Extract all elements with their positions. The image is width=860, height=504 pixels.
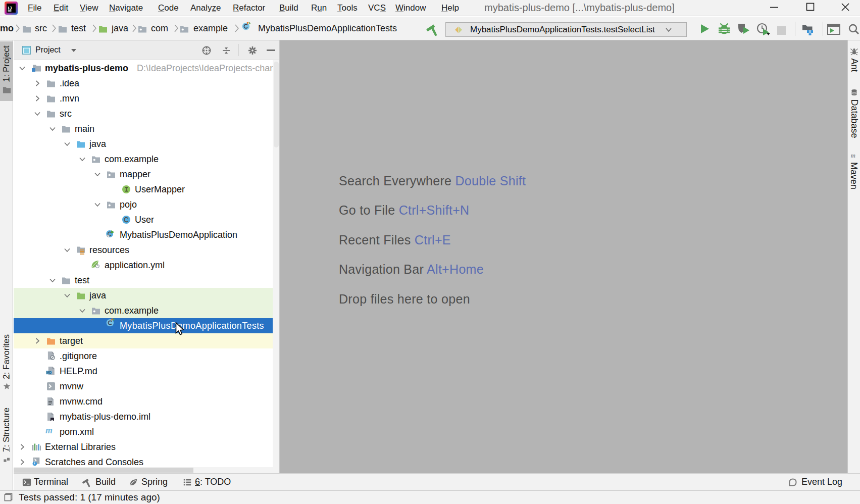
svg-text:IJ: IJ <box>8 5 12 11</box>
